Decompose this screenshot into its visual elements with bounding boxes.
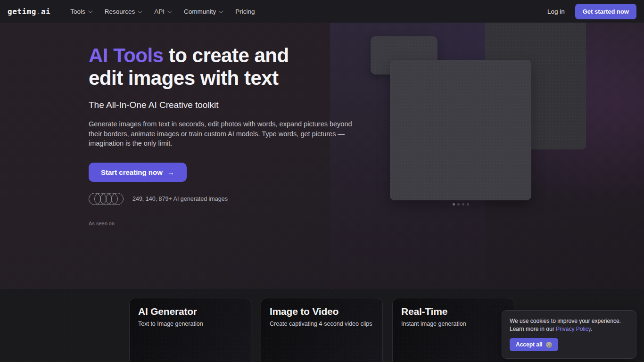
avatar — [111, 193, 124, 205]
nav-item-tools[interactable]: Tools — [64, 4, 98, 19]
feature-card-subtitle: Create captivating 4-second video clips — [270, 321, 374, 327]
cookie-icon — [546, 342, 552, 348]
chevron-down-icon — [138, 8, 142, 13]
hero-content: AI Tools to create and edit images with … — [89, 23, 372, 226]
accept-all-label: Accept all — [516, 341, 543, 348]
chevron-down-icon — [167, 8, 172, 13]
feature-card-real-time[interactable]: Real-Time Instant image generation — [392, 298, 514, 362]
cookie-message: We use cookies to improve your experienc… — [510, 317, 628, 333]
social-proof-row: 249, 140, 879+ AI generated images — [89, 193, 372, 205]
hero-subtitle: The All-In-One AI Creative toolkit — [89, 100, 372, 110]
nav-item-community[interactable]: Community — [177, 4, 229, 19]
feature-card-ai-generator[interactable]: AI Generator Text to Image generation — [129, 298, 251, 362]
hero-section: AI Tools to create and edit images with … — [0, 23, 644, 289]
nav-item-resources[interactable]: Resources — [98, 4, 148, 19]
get-started-button[interactable]: Get started now — [575, 4, 636, 19]
start-creating-button[interactable]: Start creating now → — [89, 163, 187, 182]
generated-images-count: 249, 140, 879+ AI generated images — [132, 196, 228, 202]
feature-card-image-to-video[interactable]: Image to Video Create captivating 4-seco… — [261, 298, 383, 362]
logo-suffix: ai — [41, 7, 50, 16]
page-title-highlight: AI Tools — [89, 44, 164, 66]
start-creating-label: Start creating now — [101, 168, 163, 176]
carousel-dot[interactable] — [457, 203, 460, 206]
login-link[interactable]: Log in — [545, 5, 567, 18]
as-seen-on-label: As seen on — [89, 221, 372, 226]
logo-dot: . — [36, 7, 41, 16]
nav-item-label: Tools — [70, 8, 85, 15]
feature-card-title: AI Generator — [138, 306, 242, 317]
nav-item-api[interactable]: API — [148, 4, 177, 19]
feature-card-subtitle: Text to Image generation — [138, 321, 242, 327]
feature-card-title: Image to Video — [270, 306, 374, 317]
top-nav-bar: getimg.ai Tools Resources API Community … — [0, 0, 644, 23]
carousel-dot[interactable] — [462, 203, 464, 206]
carousel-dot[interactable] — [453, 203, 455, 206]
nav-item-label: API — [154, 8, 165, 15]
cookie-message-period: . — [591, 326, 592, 332]
page-title: AI Tools to create and edit images with … — [89, 44, 327, 90]
feature-card-title: Real-Time — [401, 306, 505, 317]
carousel-dot[interactable] — [467, 203, 469, 206]
logo-text: getimg — [8, 7, 36, 16]
cookie-banner: We use cookies to improve your experienc… — [502, 310, 636, 359]
nav-item-label: Pricing — [235, 8, 255, 15]
nav-right-group: Log in Get started now — [545, 4, 636, 19]
accept-all-button[interactable]: Accept all — [510, 338, 558, 351]
nav-item-label: Community — [184, 8, 216, 15]
nav-item-pricing[interactable]: Pricing — [229, 4, 261, 19]
avatar-group — [89, 193, 124, 205]
nav-item-label: Resources — [105, 8, 135, 15]
privacy-policy-link[interactable]: Privacy Policy — [556, 326, 591, 332]
arrow-right-icon: → — [167, 168, 174, 176]
chevron-down-icon — [88, 8, 93, 13]
feature-card-subtitle: Instant image generation — [401, 321, 505, 327]
showcase-image-placeholder-large — [390, 60, 531, 200]
carousel-dots — [453, 203, 469, 206]
hero-description: Generate images from text in seconds, ed… — [89, 119, 356, 148]
logo[interactable]: getimg.ai — [8, 7, 50, 16]
chevron-down-icon — [219, 8, 223, 13]
